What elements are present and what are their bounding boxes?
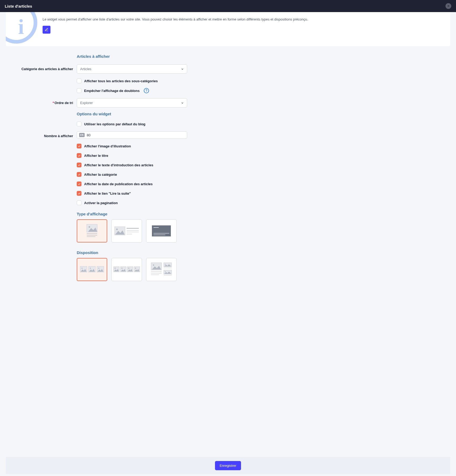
category-value[interactable] bbox=[77, 64, 187, 74]
modal-header: Liste d'articles ✕ bbox=[0, 0, 456, 12]
disposition-featured[interactable] bbox=[146, 258, 177, 281]
count-input[interactable] bbox=[87, 133, 185, 137]
svg-point-21 bbox=[90, 268, 91, 269]
edit-info-button[interactable] bbox=[43, 26, 50, 34]
label-show-category: Afficher la catégorie bbox=[84, 173, 117, 177]
svg-point-7 bbox=[116, 229, 118, 230]
svg-point-33 bbox=[128, 268, 129, 269]
display-type-tiles bbox=[77, 219, 177, 242]
label-show-date: Afficher la date de publication des arti… bbox=[84, 182, 153, 186]
section-options-heading: Options du widget bbox=[77, 112, 187, 116]
section-articles-heading: Articles à afficher bbox=[77, 54, 187, 59]
label-sort-order: *Ordre de tri bbox=[6, 98, 77, 107]
info-text: Le widget vous permet d'afficher une lis… bbox=[43, 17, 444, 22]
edit-icon bbox=[45, 28, 48, 32]
help-icon[interactable]: ? bbox=[144, 88, 149, 93]
checkbox-pagination[interactable] bbox=[77, 200, 81, 205]
label-category: Catégorie des articles à afficher bbox=[6, 64, 77, 74]
svg-point-36 bbox=[135, 268, 136, 269]
modal-title: Liste d'articles bbox=[5, 4, 32, 8]
label-show-title: Afficher le titre bbox=[84, 154, 108, 158]
label-count: Nombre à afficher bbox=[6, 131, 77, 139]
label-sub-categories: Afficher tous les articles des sous-caté… bbox=[84, 79, 158, 83]
save-button[interactable]: Enregistrer bbox=[215, 461, 241, 470]
lang-badge: FR bbox=[79, 133, 85, 137]
disposition-tiles bbox=[77, 258, 177, 281]
checkbox-show-intro[interactable] bbox=[77, 163, 81, 167]
sort-value[interactable] bbox=[77, 98, 187, 107]
display-type-card[interactable] bbox=[77, 219, 107, 242]
checkbox-show-image[interactable] bbox=[77, 144, 81, 148]
close-icon: ✕ bbox=[447, 4, 450, 8]
svg-point-27 bbox=[115, 268, 116, 269]
checkbox-no-duplicates[interactable] bbox=[77, 88, 81, 93]
svg-point-39 bbox=[153, 265, 154, 266]
label-pagination: Activer la pagination bbox=[84, 201, 118, 205]
checkbox-show-category[interactable] bbox=[77, 172, 81, 177]
svg-point-24 bbox=[98, 268, 99, 269]
disposition-grid-3[interactable] bbox=[77, 258, 107, 281]
form-area: Articles à afficher Catégorie des articl… bbox=[0, 46, 456, 451]
info-icon: i bbox=[6, 12, 37, 44]
disposition-grid-4[interactable] bbox=[111, 258, 142, 281]
category-select[interactable] bbox=[77, 64, 187, 74]
section-disposition-heading: Disposition bbox=[77, 250, 177, 255]
display-type-list[interactable] bbox=[111, 219, 142, 242]
checkbox-show-readmore[interactable] bbox=[77, 191, 81, 196]
label-show-readmore: Afficher le lien "Lire la suite" bbox=[84, 192, 131, 195]
checkbox-sub-categories[interactable] bbox=[77, 79, 81, 83]
svg-point-49 bbox=[165, 271, 166, 272]
svg-point-1 bbox=[89, 226, 90, 228]
svg-point-30 bbox=[121, 268, 122, 269]
label-show-image: Afficher l'image d'illustration bbox=[84, 144, 131, 148]
checkbox-show-date[interactable] bbox=[77, 182, 81, 186]
info-card: i Le widget vous permet d'afficher une l… bbox=[6, 12, 450, 46]
close-button[interactable]: ✕ bbox=[445, 3, 451, 9]
svg-point-18 bbox=[81, 268, 83, 269]
sort-select[interactable] bbox=[77, 98, 187, 107]
display-type-overlay[interactable] bbox=[146, 219, 177, 242]
label-default-options: Utiliser les options par défaut du blog bbox=[84, 122, 145, 126]
checkbox-default-options[interactable] bbox=[77, 122, 81, 126]
label-show-intro: Afficher le texte d'introduction des art… bbox=[84, 163, 153, 167]
label-no-duplicates: Empêcher l'affichage de doublons bbox=[84, 89, 140, 93]
svg-point-45 bbox=[165, 264, 166, 265]
footer-bar: Enregistrer bbox=[6, 457, 450, 474]
section-display-type-heading: Type d'affichage bbox=[77, 212, 177, 216]
count-input-wrap[interactable]: FR bbox=[77, 131, 187, 139]
modal-container: Liste d'articles ✕ i Le widget vous perm… bbox=[0, 0, 456, 476]
checkbox-show-title[interactable] bbox=[77, 153, 81, 158]
